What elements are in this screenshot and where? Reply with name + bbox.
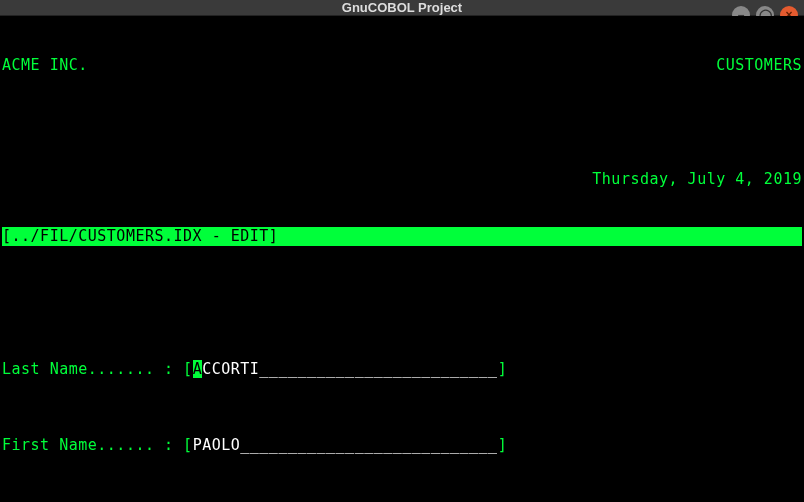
- screen-name: CUSTOMERS: [716, 56, 802, 75]
- window-frame: GnuCOBOL Project – ◯ × ACME INC. CUSTOME…: [0, 0, 804, 502]
- blank-row: [2, 284, 802, 303]
- first-name-input[interactable]: PAOLO___________________________: [193, 436, 498, 454]
- field-label: Last Name....... :: [2, 360, 183, 378]
- field-last-name: Last Name....... : [ACCORTI_____________…: [2, 360, 802, 379]
- current-date: Thursday, July 4, 2019: [592, 170, 802, 189]
- date-row: Thursday, July 4, 2019: [2, 170, 802, 189]
- company-name: ACME INC.: [2, 56, 88, 75]
- header-row: ACME INC. CUSTOMERS: [2, 56, 802, 75]
- last-name-input[interactable]: ACCORTI_________________________: [193, 360, 498, 378]
- field-label: First Name...... :: [2, 436, 183, 454]
- terminal: ACME INC. CUSTOMERS Thursday, July 4, 20…: [0, 16, 804, 502]
- cursor: A: [193, 360, 203, 378]
- blank-row: [2, 113, 802, 132]
- file-path: [../FIL/CUSTOMERS.IDX - EDIT]: [2, 227, 802, 246]
- titlebar: GnuCOBOL Project – ◯ ×: [0, 0, 804, 16]
- window-title: GnuCOBOL Project: [342, 0, 462, 15]
- file-path-row: [../FIL/CUSTOMERS.IDX - EDIT]: [2, 227, 802, 246]
- field-first-name: First Name...... : [PAOLO_______________…: [2, 436, 802, 455]
